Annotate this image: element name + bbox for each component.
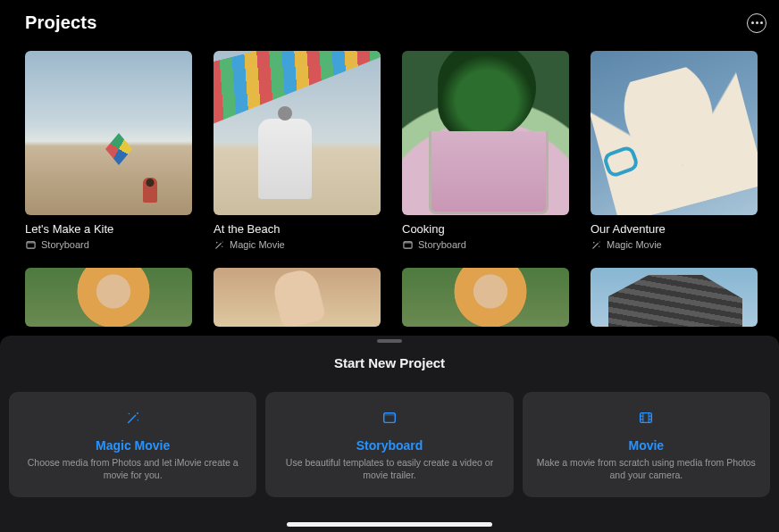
svg-point-3 (222, 245, 222, 246)
project-item[interactable]: Our Adventure Magic Movie (591, 51, 758, 250)
project-title: Our Adventure (591, 222, 758, 236)
svg-point-11 (128, 413, 129, 414)
card-title: Magic Movie (96, 438, 170, 453)
storyboard-icon (376, 404, 403, 431)
project-thumbnail (214, 51, 381, 215)
svg-point-9 (599, 241, 599, 242)
project-kind: Storyboard (25, 239, 192, 250)
project-kind-label: Magic Movie (607, 239, 662, 250)
project-thumbnail (25, 51, 192, 215)
magic-icon (591, 239, 601, 250)
svg-rect-6 (403, 241, 411, 243)
project-kind-label: Storyboard (41, 239, 89, 250)
card-description: Make a movie from scratch using media fr… (537, 456, 756, 481)
more-icon (751, 21, 763, 24)
card-title: Storyboard (356, 438, 423, 453)
home-indicator[interactable] (287, 522, 492, 527)
project-thumbnail (214, 268, 381, 327)
magic-movie-card[interactable]: Magic Movie Choose media from Photos and… (9, 392, 256, 497)
storyboard-icon (25, 239, 36, 250)
more-button[interactable] (747, 13, 766, 33)
card-title: Movie (628, 438, 664, 453)
projects-grid: Let's Make a Kite Storyboard At the Beac… (0, 33, 779, 327)
svg-point-12 (137, 420, 138, 420)
project-item[interactable]: Cooking Storyboard (402, 51, 569, 250)
film-icon (632, 404, 659, 431)
storyboard-icon (402, 239, 413, 250)
header: Projects (0, 0, 779, 33)
svg-rect-1 (26, 241, 34, 243)
card-description: Use beautiful templates to easily create… (280, 456, 498, 481)
new-project-options: Magic Movie Choose media from Photos and… (0, 370, 779, 497)
project-title: Cooking (402, 222, 569, 236)
svg-point-7 (592, 241, 594, 243)
movie-card[interactable]: Movie Make a movie from scratch using me… (523, 392, 770, 497)
new-project-sheet: Start New Project Magic Movie Choose med… (0, 336, 779, 532)
wand-icon (120, 404, 147, 431)
project-item[interactable] (402, 268, 569, 327)
sheet-title: Start New Project (0, 355, 779, 370)
svg-rect-15 (641, 413, 652, 423)
card-description: Choose media from Photos and let iMovie … (23, 456, 242, 481)
storyboard-card[interactable]: Storyboard Use beautiful templates to ea… (265, 392, 513, 497)
page-title: Projects (25, 12, 97, 33)
project-item[interactable] (25, 268, 192, 327)
project-item[interactable]: At the Beach Magic Movie (214, 51, 381, 250)
project-title: Let's Make a Kite (25, 222, 192, 236)
svg-point-4 (222, 241, 222, 242)
project-thumbnail (402, 51, 569, 215)
svg-point-8 (599, 245, 599, 246)
project-thumbnail (591, 268, 758, 327)
project-kind: Storyboard (402, 239, 569, 250)
project-thumbnail (25, 268, 192, 327)
project-thumbnail (402, 268, 569, 327)
sheet-grabber[interactable] (377, 339, 402, 343)
project-kind: Magic Movie (591, 239, 758, 250)
project-item[interactable] (214, 268, 381, 327)
project-title: At the Beach (214, 222, 381, 236)
magic-icon (214, 239, 224, 250)
svg-point-10 (137, 412, 138, 414)
svg-rect-14 (384, 413, 396, 416)
project-kind-label: Magic Movie (230, 239, 285, 250)
project-kind-label: Storyboard (418, 239, 466, 250)
project-item[interactable]: Let's Make a Kite Storyboard (25, 51, 192, 250)
svg-point-2 (215, 241, 217, 243)
project-item[interactable] (591, 268, 758, 327)
project-thumbnail (591, 51, 758, 215)
project-kind: Magic Movie (214, 239, 381, 250)
